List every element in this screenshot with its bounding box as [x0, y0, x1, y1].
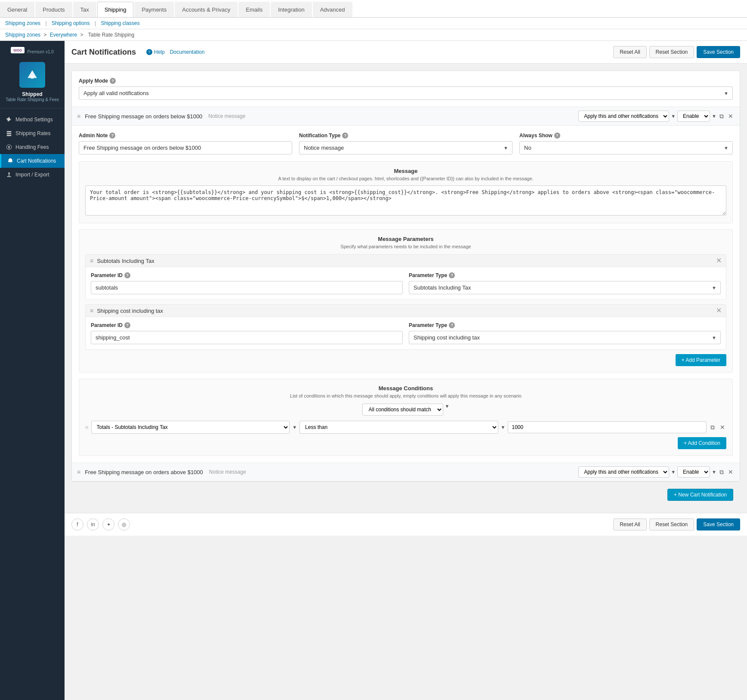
- notification-2-delete-button[interactable]: ✕: [727, 467, 735, 477]
- notification-2-badge: Notice message: [209, 469, 246, 475]
- param-1-label: Subtotals Including Tax: [97, 258, 154, 264]
- tab-advanced[interactable]: Advanced: [313, 2, 352, 17]
- instagram-icon[interactable]: ◎: [118, 518, 130, 530]
- reset-section-button-bottom[interactable]: Reset Section: [649, 518, 695, 530]
- sidebar-item-method-settings[interactable]: Method Settings: [0, 113, 65, 126]
- documentation-link[interactable]: Documentation: [170, 49, 205, 55]
- notification-1-copy-button[interactable]: ⧉: [718, 111, 725, 121]
- svg-rect-0: [31, 76, 34, 79]
- admin-note-label: Admin Note ?: [79, 133, 292, 139]
- param-2-type-label: Parameter Type ?: [409, 322, 721, 328]
- bell-icon: [7, 158, 13, 164]
- notification-2-enable-select[interactable]: Enable: [677, 466, 710, 478]
- tab-integration[interactable]: Integration: [271, 2, 312, 17]
- notification-1-enable-select[interactable]: Enable: [677, 111, 710, 122]
- sidebar-item-shipping-rates[interactable]: Shipping Rates: [0, 126, 65, 140]
- new-cart-notification-button[interactable]: + New Cart Notification: [667, 489, 733, 501]
- sidebar-item-cart-notifications[interactable]: Cart Notifications: [0, 154, 65, 168]
- condition-1-operator-chevron-icon: ▼: [501, 425, 506, 430]
- tab-tax[interactable]: Tax: [73, 2, 96, 17]
- param-1-type-help-icon[interactable]: ?: [449, 272, 455, 278]
- admin-note-help-icon[interactable]: ?: [109, 133, 115, 139]
- param-2-drag-handle[interactable]: ≡: [90, 307, 93, 314]
- help-link[interactable]: ? Help: [146, 49, 165, 55]
- condition-1-drag-handle[interactable]: ≡: [85, 424, 89, 431]
- param-2-type-select[interactable]: Shipping cost including tax: [409, 331, 721, 344]
- sidebar-label-method-settings: Method Settings: [15, 117, 53, 123]
- condition-1-copy-button[interactable]: ⧉: [709, 422, 716, 432]
- save-section-button-top[interactable]: Save Section: [697, 46, 740, 58]
- breadcrumb-current: Table Rate Shipping: [88, 32, 134, 38]
- param-1-type-select-wrapper: Subtotals Including Tax ▼: [409, 281, 721, 294]
- linkedin-icon[interactable]: in: [87, 518, 99, 530]
- notification-1-label: Free Shipping message on orders below $1…: [85, 113, 202, 120]
- always-show-help-icon[interactable]: ?: [554, 133, 560, 139]
- param-1-delete-button[interactable]: ✕: [716, 257, 722, 264]
- reset-all-button-top[interactable]: Reset All: [613, 46, 646, 58]
- sidebar-label-shipping-rates: Shipping Rates: [15, 130, 50, 136]
- apply-mode-select[interactable]: Apply all valid notifications Apply firs…: [79, 86, 733, 100]
- message-textarea[interactable]: Your total order is <strong>{{subtotals}…: [85, 185, 726, 216]
- reset-section-button-top[interactable]: Reset Section: [649, 46, 695, 58]
- notification-2-copy-button[interactable]: ⧉: [718, 467, 725, 477]
- notification-2-drag-handle[interactable]: ≡: [77, 469, 80, 475]
- sidebar-label-handling-fees: Handling Fees: [15, 144, 49, 150]
- notification-1-badge: Notice message: [208, 113, 245, 119]
- param-2-id-help-icon[interactable]: ?: [124, 322, 130, 328]
- sub-link-shipping-zones[interactable]: Shipping zones: [5, 20, 40, 26]
- breadcrumb-shipping-zones[interactable]: Shipping zones: [5, 32, 40, 38]
- conditions-match-row: All conditions should match ▼: [85, 404, 726, 416]
- new-notification-row: + New Cart Notification: [71, 487, 740, 506]
- admin-note-input[interactable]: [79, 141, 292, 154]
- conditions-match-select[interactable]: All conditions should match: [362, 404, 443, 416]
- tab-products[interactable]: Products: [35, 2, 72, 17]
- tab-accounts-privacy[interactable]: Accounts & Privacy: [175, 2, 238, 17]
- param-1-id-input[interactable]: [91, 281, 403, 294]
- notification-2-apply-select[interactable]: Apply this and other notifications: [578, 466, 669, 478]
- apply-mode-help-icon[interactable]: ?: [110, 78, 116, 84]
- breadcrumb-everywhere[interactable]: Everywhere: [50, 32, 77, 38]
- param-2-type-help-icon[interactable]: ?: [449, 322, 455, 328]
- notification-1-drag-handle[interactable]: ≡: [77, 113, 80, 120]
- facebook-icon[interactable]: f: [71, 518, 83, 530]
- condition-1-delete-button[interactable]: ✕: [719, 422, 726, 432]
- param-row-1-body: Parameter ID ? Parameter Type ?: [86, 267, 726, 299]
- conditions-match-chevron-icon: ▼: [445, 404, 450, 416]
- twitter-icon[interactable]: ✦: [102, 518, 114, 530]
- reset-all-button-bottom[interactable]: Reset All: [613, 518, 646, 530]
- param-1-drag-handle[interactable]: ≡: [90, 257, 93, 264]
- sub-link-shipping-options[interactable]: Shipping options: [52, 20, 90, 26]
- save-section-button-bottom[interactable]: Save Section: [697, 518, 740, 530]
- notification-type-select[interactable]: Notice message Warning message Error mes…: [299, 141, 512, 154]
- sidebar-plugin-subtitle: Table Rate Shipping & Fees: [6, 97, 59, 102]
- condition-1-value-input[interactable]: [508, 421, 707, 433]
- param-2-id-field: Parameter ID ?: [91, 322, 403, 344]
- param-2-delete-button[interactable]: ✕: [716, 307, 722, 314]
- sidebar-item-handling-fees[interactable]: Handling Fees: [0, 140, 65, 154]
- notification-1-delete-button[interactable]: ✕: [727, 111, 735, 121]
- param-1-id-help-icon[interactable]: ?: [124, 272, 130, 278]
- add-parameter-button[interactable]: + Add Parameter: [676, 354, 726, 366]
- notification-type-field: Notification Type ? Notice message Warni…: [299, 133, 512, 154]
- tab-emails[interactable]: Emails: [238, 2, 270, 17]
- sidebar-label-cart-notifications: Cart Notifications: [17, 158, 56, 164]
- param-2-id-input[interactable]: [91, 331, 403, 344]
- sub-link-shipping-classes[interactable]: Shipping classes: [101, 20, 139, 26]
- sidebar-item-import-export[interactable]: Import / Export: [0, 168, 65, 182]
- param-row-1: ≡ Subtotals Including Tax ✕ Parameter ID…: [85, 254, 726, 300]
- woo-badge: woo: [11, 47, 25, 53]
- notification-1-apply-select[interactable]: Apply this and other notifications: [578, 111, 669, 122]
- add-condition-button[interactable]: + Add Condition: [678, 437, 726, 449]
- always-show-select[interactable]: No Yes: [519, 141, 733, 154]
- tab-general[interactable]: General: [0, 2, 34, 17]
- notification-type-help-icon[interactable]: ?: [342, 133, 348, 139]
- condition-1-field-select[interactable]: Totals - Subtotals Including Tax: [91, 421, 290, 434]
- tab-payments[interactable]: Payments: [134, 2, 174, 17]
- sidebar-label-import-export: Import / Export: [15, 172, 49, 178]
- apply-mode-card: Apply Mode ? Apply all valid notificatio…: [71, 71, 740, 482]
- notification-1-body: Admin Note ? Notification Type ?: [72, 126, 740, 463]
- condition-1-operator-select[interactable]: Less than: [299, 421, 498, 434]
- param-1-type-select[interactable]: Subtotals Including Tax: [409, 281, 721, 294]
- parameters-section: Message Parameters Specify what paramete…: [79, 229, 733, 373]
- tab-shipping[interactable]: Shipping: [97, 2, 134, 17]
